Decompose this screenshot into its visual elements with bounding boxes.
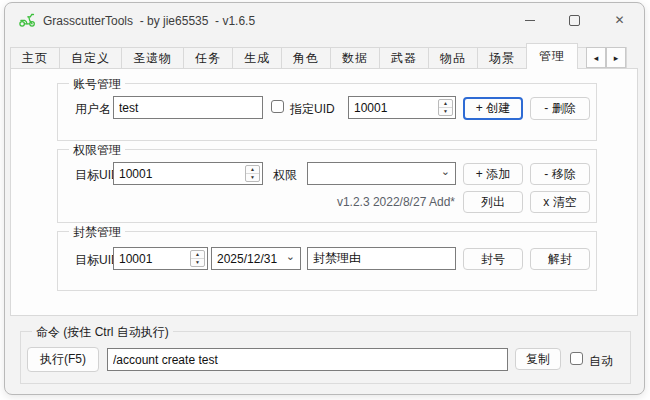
permission-label: 权限 — [273, 167, 297, 184]
command-input[interactable] — [107, 348, 508, 371]
specify-uid-checkbox[interactable] — [271, 100, 284, 113]
delete-account-button[interactable]: - 删除 — [530, 97, 590, 120]
add-permission-button[interactable]: + 添加 — [463, 163, 523, 185]
command-group-title: 命令 (按住 Ctrl 自动执行) — [32, 324, 173, 341]
tab-spawn[interactable]: 生成 — [232, 47, 282, 69]
tab-data[interactable]: 数据 — [330, 47, 380, 69]
create-account-button[interactable]: + 创建 — [463, 97, 523, 120]
tab-weapon[interactable]: 武器 — [379, 47, 429, 69]
spin-down-icon[interactable]: ▼ — [439, 108, 452, 115]
triangle-left-icon: ◂ — [594, 53, 599, 63]
permission-uid-spinner[interactable]: ▲ ▼ — [245, 165, 260, 182]
tab-quest[interactable]: 任务 — [183, 47, 233, 69]
close-button[interactable]: ✕ — [597, 3, 642, 37]
ban-reason-input[interactable] — [307, 247, 456, 270]
minimize-button[interactable] — [507, 3, 552, 37]
app-logo-icon — [18, 10, 36, 28]
permission-target-uid-input[interactable]: 10001 ▲ ▼ — [113, 162, 263, 185]
list-permissions-button[interactable]: 列出 — [463, 191, 523, 213]
auto-label: 自动 — [589, 353, 613, 370]
account-uid-input[interactable]: 10001 ▲ ▼ — [348, 96, 456, 119]
tab-home[interactable]: 主页 — [10, 47, 60, 69]
account-uid-spinner[interactable]: ▲ ▼ — [438, 99, 453, 116]
spin-down-icon[interactable]: ▼ — [191, 259, 204, 266]
chevron-down-icon: ⌄ — [286, 248, 295, 265]
ban-uid-spinner[interactable]: ▲ ▼ — [190, 250, 205, 267]
app-window: GrasscutterTools - by jie65535 - v1.6.5 … — [4, 2, 645, 395]
remove-permission-button[interactable]: - 移除 — [530, 163, 590, 185]
ban-button[interactable]: 封号 — [463, 248, 523, 270]
tab-strip: 主页自定义圣遗物任务生成角色数据武器物品场景管理关于 — [10, 43, 627, 69]
tab-item[interactable]: 物品 — [428, 47, 478, 69]
specify-uid-label: 指定UID — [290, 101, 335, 118]
window-title: GrasscutterTools - by jie65535 - v1.6.5 — [43, 14, 255, 28]
chevron-down-icon: ⌄ — [441, 163, 450, 180]
permission-combobox[interactable]: ⌄ — [307, 162, 456, 185]
maximize-button[interactable] — [552, 3, 597, 37]
copy-button[interactable]: 复制 — [515, 348, 561, 370]
unban-button[interactable]: 解封 — [530, 248, 590, 270]
tab-avatar[interactable]: 角色 — [281, 47, 331, 69]
tab-scroll-left-button[interactable]: ◂ — [586, 47, 606, 68]
permission-group-title: 权限管理 — [69, 142, 125, 159]
minimize-icon — [525, 20, 535, 21]
tab-management[interactable]: 管理 — [526, 43, 578, 69]
spin-up-icon[interactable]: ▲ — [191, 251, 204, 259]
account-group-title: 账号管理 — [69, 76, 125, 93]
ban-target-uid-input[interactable]: 10001 ▲ ▼ — [113, 247, 208, 270]
version-note: v1.2.3 2022/8/27 Add* — [255, 195, 455, 209]
spin-up-icon[interactable]: ▲ — [246, 166, 259, 174]
spin-up-icon[interactable]: ▲ — [439, 100, 452, 108]
username-label: 用户名 — [75, 101, 111, 118]
close-icon: ✕ — [614, 14, 624, 26]
execute-button[interactable]: 执行(F5) — [27, 347, 99, 372]
tab-scene[interactable]: 场景 — [477, 47, 527, 69]
tab-scroll-right-button[interactable]: ▸ — [606, 47, 626, 68]
ban-group-title: 封禁管理 — [69, 224, 125, 241]
username-input[interactable] — [113, 96, 263, 119]
maximize-icon — [569, 15, 580, 26]
triangle-right-icon: ▸ — [614, 53, 619, 63]
title-bar[interactable]: GrasscutterTools - by jie65535 - v1.6.5 … — [5, 3, 644, 41]
auto-checkbox[interactable] — [570, 352, 583, 365]
spin-down-icon[interactable]: ▼ — [246, 174, 259, 181]
tab-custom[interactable]: 自定义 — [59, 47, 122, 69]
ban-expire-date-picker[interactable]: 2025/12/31 ⌄ — [211, 247, 301, 270]
tab-artifact[interactable]: 圣遗物 — [121, 47, 184, 69]
clear-permissions-button[interactable]: x 清空 — [530, 191, 590, 213]
